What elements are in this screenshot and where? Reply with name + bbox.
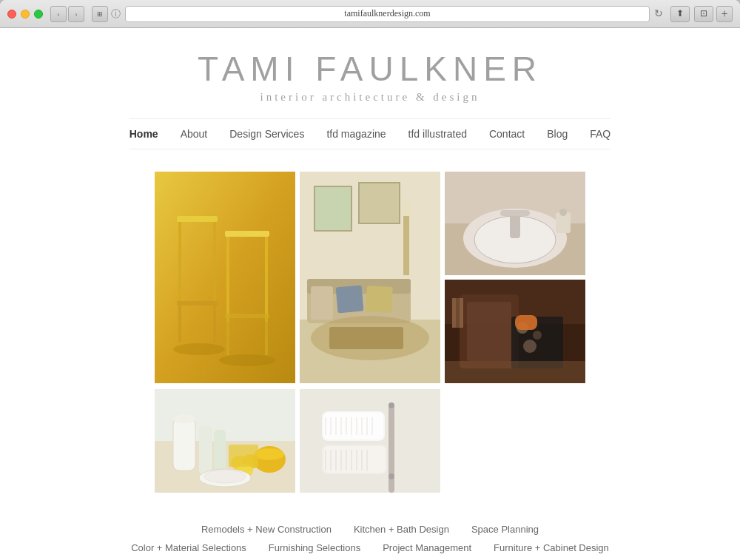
window-control[interactable]: ⊞ [92,6,108,22]
svg-point-14 [173,343,225,355]
service-furnishing: Furnishing Selections [269,542,360,553]
nav-contact[interactable]: Contact [489,128,525,140]
services-row-1: Remodels + New Construction Kitchen + Ba… [131,524,609,535]
back-button[interactable]: ‹ [50,6,67,22]
photo-kitchen-table[interactable] [155,388,295,494]
svg-point-28 [311,316,429,360]
traffic-lights [7,10,43,18]
photo-bathroom-sink[interactable] [445,172,585,275]
svg-rect-25 [336,285,364,313]
site-header: Tami Faulkner interior architecture & de… [198,50,542,104]
svg-rect-2 [177,216,218,222]
svg-rect-6 [178,306,181,343]
service-color-material: Color + Material Selections [131,542,246,553]
browser-titlebar: ‹ › ⊞ ⓘ tamifaulknerdesign.com ↻ ⬆ ⊡ + [0,0,740,28]
photo-towels[interactable] [300,388,440,494]
svg-rect-70 [323,413,383,439]
svg-rect-68 [388,473,394,479]
svg-rect-7 [213,306,216,343]
service-space-planning: Space Planning [471,524,539,535]
svg-point-60 [255,448,284,460]
url-text: tamifaulknerdesign.com [344,8,430,19]
svg-point-15 [219,354,275,366]
svg-rect-67 [388,402,394,408]
nav-blog[interactable]: Blog [547,128,568,140]
svg-rect-13 [265,318,268,355]
minimize-button[interactable] [21,10,30,18]
service-kitchen-bath: Kitchen + Bath Design [354,524,449,535]
svg-rect-12 [226,318,229,355]
info-icon: ⓘ [111,7,121,21]
svg-rect-34 [500,210,530,216]
svg-rect-8 [225,231,269,237]
photo-living-room[interactable] [300,172,440,383]
svg-point-53 [173,414,195,423]
bookmark-button[interactable]: ⊡ [694,6,713,22]
site-title: Tami Faulkner [198,50,542,88]
svg-rect-63 [229,445,258,467]
browser-actions: ⬆ ⊡ [670,6,713,22]
reload-button[interactable]: ↻ [654,7,663,20]
close-button[interactable] [7,10,16,18]
svg-rect-3 [178,222,181,311]
svg-rect-26 [366,286,393,313]
new-tab-button[interactable]: + [716,6,733,22]
site-subtitle: interior architecture & design [198,91,542,104]
nav-faq[interactable]: FAQ [590,128,610,140]
svg-rect-36 [559,209,567,216]
svg-rect-55 [214,430,226,474]
svg-rect-54 [199,426,212,474]
svg-rect-18 [314,186,352,231]
svg-rect-20 [403,216,409,275]
svg-point-43 [533,331,542,340]
svg-rect-40 [467,302,511,361]
nav-tfd-illustrated[interactable]: tfd illustrated [408,128,467,140]
photo-stools[interactable] [155,172,295,383]
services-footer: Remodels + New Construction Kitchen + Ba… [131,524,609,560]
svg-rect-72 [323,446,386,473]
share-button[interactable]: ⬆ [670,6,690,22]
svg-rect-4 [213,222,216,311]
service-remodels: Remodels + New Construction [201,524,332,535]
nav-tfd-magazine[interactable]: tfd magazine [326,128,386,140]
services-row-2: Color + Material Selections Furnishing S… [131,542,609,553]
svg-rect-47 [515,315,537,330]
nav-about[interactable]: About [181,128,208,140]
svg-rect-52 [173,419,195,470]
photo-dark-detail[interactable] [445,280,585,383]
service-project-mgmt: Project Management [383,542,471,553]
svg-rect-9 [226,237,229,322]
nav-home[interactable]: Home [130,128,158,140]
svg-point-62 [204,470,246,483]
svg-rect-10 [265,237,268,322]
service-furniture-cabinet: Furniture + Cabinet Design [494,542,609,553]
browser-nav-buttons: ‹ › [50,6,84,22]
nav-design-services[interactable]: Design Services [229,128,304,140]
site-nav: Home About Design Services tfd magazine … [130,118,611,149]
svg-rect-33 [510,212,520,238]
svg-rect-46 [456,298,460,328]
svg-point-44 [523,340,536,353]
photo-grid [155,172,585,494]
forward-button[interactable]: › [68,6,84,22]
maximize-button[interactable] [34,10,43,18]
svg-rect-5 [177,301,218,306]
svg-rect-19 [359,183,400,223]
address-bar-wrapper: ⓘ tamifaulknerdesign.com ↻ [111,6,663,22]
page-content: Tami Faulkner interior architecture & de… [0,28,740,560]
address-bar[interactable]: tamifaulknerdesign.com [125,6,650,22]
svg-rect-48 [445,361,585,383]
svg-rect-24 [311,286,333,320]
browser-window: ‹ › ⊞ ⓘ tamifaulknerdesign.com ↻ ⬆ ⊡ + T… [0,0,740,560]
svg-rect-11 [225,314,269,318]
